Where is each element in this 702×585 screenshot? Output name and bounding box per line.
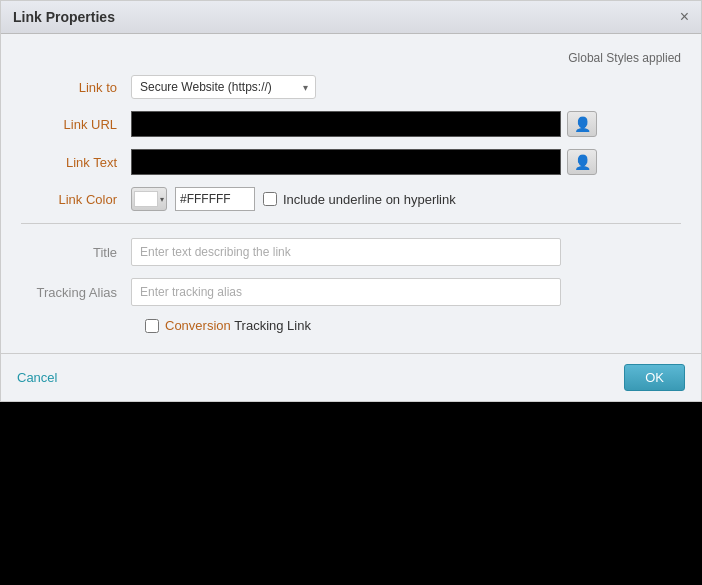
link-properties-dialog: Link Properties × Global Styles applied … xyxy=(0,0,702,402)
ok-button[interactable]: OK xyxy=(624,364,685,391)
color-swatch-button[interactable]: ▾ xyxy=(131,187,167,211)
link-to-select[interactable]: Secure Website (https://) xyxy=(131,75,316,99)
title-input[interactable] xyxy=(131,238,561,266)
person-icon: 👤 xyxy=(574,116,591,132)
title-label: Title xyxy=(21,245,131,260)
underline-checkbox[interactable] xyxy=(263,192,277,206)
link-url-person-button[interactable]: 👤 xyxy=(567,111,597,137)
dialog-titlebar: Link Properties × xyxy=(1,1,701,34)
link-url-input[interactable] xyxy=(131,111,561,137)
link-text-input-wrapper: 👤 xyxy=(131,149,681,175)
link-url-label: Link URL xyxy=(21,117,131,132)
tracking-alias-label: Tracking Alias xyxy=(21,285,131,300)
underline-label-text: Include underline on hyperlink xyxy=(283,192,456,207)
conversion-label-normal: Tracking Link xyxy=(231,318,311,333)
conversion-tracking-label: Conversion Tracking Link xyxy=(165,318,311,333)
global-styles-text: Global Styles applied xyxy=(568,51,681,65)
close-button[interactable]: × xyxy=(680,9,689,25)
link-to-row: Link to Secure Website (https://) ▾ xyxy=(21,75,681,99)
link-text-label: Link Text xyxy=(21,155,131,170)
underline-checkbox-label[interactable]: Include underline on hyperlink xyxy=(263,192,456,207)
tracking-alias-row: Tracking Alias xyxy=(21,278,681,306)
conversion-label-tracking: Conversion xyxy=(165,318,231,333)
link-text-row: Link Text 👤 xyxy=(21,149,681,175)
cancel-button[interactable]: Cancel xyxy=(17,370,57,385)
conversion-tracking-row: Conversion Tracking Link xyxy=(145,318,681,333)
color-hex-input[interactable] xyxy=(175,187,255,211)
tracking-alias-input[interactable] xyxy=(131,278,561,306)
title-row: Title xyxy=(21,238,681,266)
color-swatch xyxy=(134,191,158,207)
color-dropdown-icon: ▾ xyxy=(160,195,164,204)
link-url-input-wrapper: 👤 xyxy=(131,111,681,137)
dialog-title: Link Properties xyxy=(13,9,115,25)
link-text-input[interactable] xyxy=(131,149,561,175)
person-icon-2: 👤 xyxy=(574,154,591,170)
link-url-row: Link URL 👤 xyxy=(21,111,681,137)
dialog-body: Global Styles applied Link to Secure Web… xyxy=(1,34,701,353)
global-styles-row: Global Styles applied xyxy=(21,44,681,75)
link-to-label: Link to xyxy=(21,80,131,95)
link-color-label: Link Color xyxy=(21,192,131,207)
link-to-select-wrapper[interactable]: Secure Website (https://) ▾ xyxy=(131,75,316,99)
conversion-tracking-checkbox[interactable] xyxy=(145,319,159,333)
divider xyxy=(21,223,681,224)
color-section: ▾ Include underline on hyperlink xyxy=(131,187,456,211)
dialog-footer: Cancel OK xyxy=(1,353,701,401)
link-color-row: Link Color ▾ Include underline on hyperl… xyxy=(21,187,681,211)
link-text-person-button[interactable]: 👤 xyxy=(567,149,597,175)
